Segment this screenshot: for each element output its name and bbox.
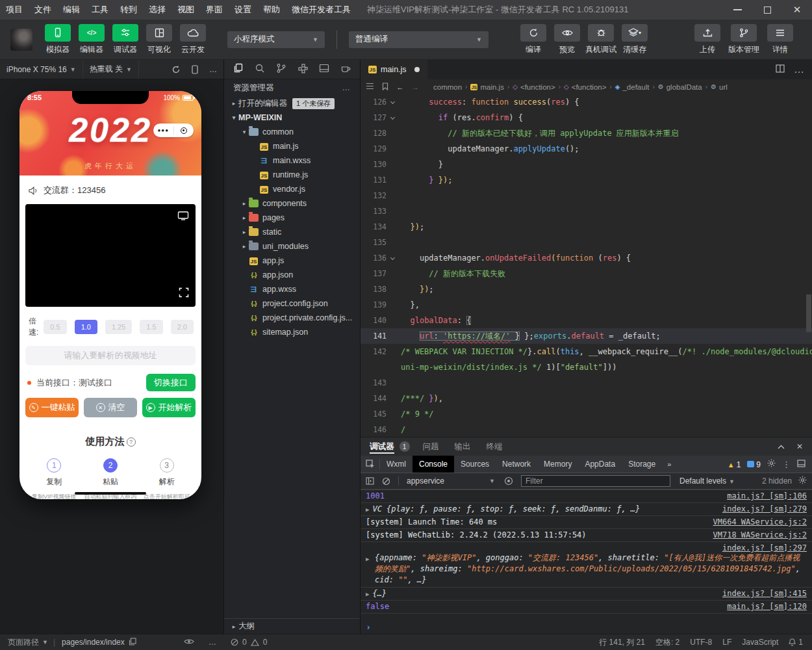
source-link[interactable]: index.js? [sm]:415 [722, 589, 807, 598]
tree-item-common[interactable]: ▾common [224, 125, 360, 139]
toolbar-button-编辑器[interactable]: </>编辑器 [77, 24, 107, 55]
log-message[interactable]: false [366, 602, 717, 611]
statusbar-item[interactable]: 空格: 2 [655, 637, 679, 648]
statusbar-item[interactable]: UTF-8 [690, 638, 712, 647]
debugger-tab-输出[interactable]: 输出 [455, 437, 471, 456]
menu-视图[interactable]: 视图 [171, 0, 200, 20]
tree-item-sitemap.json[interactable]: {..}sitemap.json [224, 325, 360, 339]
tree-item-app.js[interactable]: JSapp.js [224, 254, 360, 268]
action-button-开始解析[interactable]: ▶开始解析 [142, 398, 196, 417]
debugger-tab-问题[interactable]: 问题 [423, 437, 439, 456]
log-message[interactable]: [system] Launch Time: 640 ms [366, 517, 703, 526]
page-path-label[interactable]: 页面路径 [8, 637, 39, 648]
devtools-tab-Storage[interactable]: Storage [622, 456, 662, 473]
expand-arrow-icon[interactable]: ▶ [366, 506, 369, 513]
speed-1.5[interactable]: 1.5 [140, 320, 162, 334]
phone-icon[interactable] [191, 65, 199, 74]
log-message[interactable]: ▶{…} [366, 589, 712, 598]
eye-target-icon[interactable] [504, 476, 513, 486]
menu-帮助[interactable]: 帮助 [257, 0, 286, 20]
statusbar-item[interactable]: LF [722, 638, 731, 647]
more-icon[interactable]: ●●● [153, 127, 173, 133]
breadcrumb-item[interactable]: JSmain.js [470, 83, 503, 91]
log-levels-select[interactable]: Default levels▼ [679, 476, 735, 486]
video-url-input[interactable]: 请输入要解析的视频地址 [25, 346, 196, 365]
toolbar-button-上传[interactable]: 上传 [692, 24, 722, 55]
toolbar-button-调试器[interactable]: 调试器 [110, 24, 140, 55]
tree-item-components[interactable]: ▸components [224, 196, 360, 211]
tree-item-pages[interactable]: ▸pages [224, 211, 360, 225]
fold-chevron-icon[interactable] [387, 94, 398, 110]
collapse-icon[interactable] [778, 442, 785, 451]
devtools-tab-Memory[interactable]: Memory [537, 456, 578, 473]
clear-console-icon[interactable] [382, 477, 390, 486]
source-link[interactable]: main.js? [sm]:120 [727, 602, 807, 611]
outline-list-icon[interactable] [366, 83, 374, 91]
eye-icon[interactable] [184, 638, 194, 647]
copy-icon[interactable] [129, 638, 136, 647]
git-branch-icon[interactable] [276, 63, 286, 76]
action-button-一键粘贴[interactable]: ✎一键粘贴 [25, 398, 79, 417]
expand-arrow-icon[interactable]: ▶ [366, 554, 369, 565]
warning-badge[interactable]: ▲1 [728, 458, 741, 470]
tree-item-runtime.js[interactable]: JSruntime.js [224, 168, 360, 182]
code-editor[interactable]: 126 success: function success(res) {127 … [361, 94, 812, 437]
toolbar-button-真机调试[interactable]: 真机调试 [586, 24, 616, 55]
tv-cast-icon[interactable] [177, 211, 189, 223]
tree-item-project.private.config.js...[interactable]: {..}project.private.config.js... [224, 311, 360, 325]
breadcrumb-item[interactable]: ⚙globalData [658, 83, 702, 91]
tree-item-project.config.json[interactable]: {..}project.config.json [224, 296, 360, 311]
menu-工具[interactable]: 工具 [86, 0, 114, 20]
miniprogram-capsule[interactable]: ●●● [153, 124, 194, 137]
breadcrumb-item[interactable]: ◇<function> [564, 83, 606, 91]
kebab-menu-icon[interactable]: ⋮ [782, 460, 791, 469]
tree-item-uni_modules[interactable]: ▸uni_modules [224, 239, 360, 254]
statusbar-item[interactable]: JavaScript [742, 638, 778, 647]
log-object-preview[interactable]: ▶{appname: "神柒影视VIP", gonggao: "交流群: 123… [366, 552, 807, 586]
editor-scrollbar[interactable] [806, 294, 811, 332]
message-badge[interactable]: 9 [747, 458, 761, 470]
toolbar-button-模拟器[interactable]: 模拟器 [43, 24, 73, 55]
source-link[interactable]: main.js? [sm]:106 [727, 491, 807, 500]
files-icon[interactable] [233, 63, 244, 76]
tree-item-main.js[interactable]: JSmain.js [224, 139, 360, 153]
mode-select[interactable]: 小程序模式 ▼ [227, 31, 325, 48]
statusbar-item[interactable]: 行 141, 列 21 [599, 637, 645, 648]
breadcrumb-item[interactable]: ◈_default [615, 83, 650, 91]
source-link[interactable]: index.js? [sm]:297 [366, 543, 807, 552]
split-editor-icon[interactable] [776, 64, 785, 75]
log-message[interactable]: [system] WeChatLib: 2.24.2 (2022.5.13 11… [366, 530, 703, 540]
refresh-icon[interactable] [171, 65, 181, 74]
avatar[interactable] [10, 29, 32, 51]
menu-界面[interactable]: 界面 [200, 0, 229, 20]
close-button[interactable]: ✕ [782, 0, 812, 20]
more-icon[interactable]: … [209, 65, 217, 74]
window-icon[interactable] [319, 63, 329, 76]
menu-编辑[interactable]: 编辑 [57, 0, 86, 20]
log-message[interactable]: ▶VC {play: ƒ, pause: ƒ, stop: ƒ, seek: ƒ… [366, 504, 712, 514]
toolbar-button-可视化[interactable]: 可视化 [144, 24, 174, 55]
tree-item-vendor.js[interactable]: JSvendor.js [224, 182, 360, 196]
tab-mainjs[interactable]: JS main.js [361, 60, 427, 79]
source-link[interactable]: VM718 WAService.js:2 [713, 530, 807, 540]
speed-1.0[interactable]: 1.0 [75, 320, 97, 334]
expand-arrow-icon[interactable]: ▶ [366, 591, 369, 597]
more-icon[interactable]: … [209, 638, 216, 647]
source-link[interactable]: index.js? [sm]:279 [722, 504, 807, 514]
drawer-icon[interactable] [797, 460, 806, 469]
toolbar-button-版本管理[interactable]: 版本管理 [729, 24, 759, 55]
exit-icon[interactable] [174, 127, 194, 134]
tree-item-app.wxss[interactable]: ヨapp.wxss [224, 282, 360, 296]
breadcrumb-item[interactable]: common [433, 83, 462, 91]
notification-bell[interactable]: 1 [789, 638, 803, 647]
menu-文件[interactable]: 文件 [29, 0, 57, 20]
toolbar-button-预览[interactable]: 预览 [552, 24, 582, 55]
menu-选择[interactable]: 选择 [143, 0, 171, 20]
help-icon[interactable]: ? [127, 437, 136, 447]
coffee-icon[interactable] [340, 63, 351, 76]
menu-项目[interactable]: 项目 [0, 0, 29, 20]
toolbar-button-详情[interactable]: 详情 [765, 24, 795, 55]
hot-reload-select[interactable]: 热重载 关▼ [83, 60, 139, 79]
menu-微信开发者工具[interactable]: 微信开发者工具 [286, 0, 357, 20]
problems-summary[interactable]: 0 0 [224, 638, 361, 647]
